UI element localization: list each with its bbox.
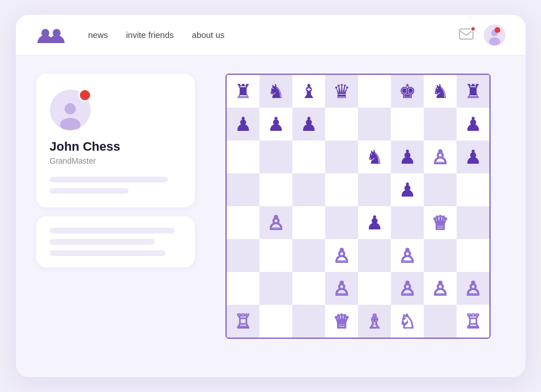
piece-7-7: ♖ <box>465 312 482 331</box>
cell-1-3[interactable] <box>325 108 358 140</box>
app-window: news invite friends about us <box>16 15 526 377</box>
cell-5-7[interactable] <box>457 239 489 272</box>
cell-6-0[interactable] <box>227 272 259 305</box>
cell-7-1[interactable] <box>259 305 292 338</box>
cell-1-0[interactable]: ♟ <box>227 108 259 140</box>
cell-6-5[interactable]: ♙ <box>391 272 424 305</box>
cell-2-4[interactable]: ♞ <box>358 140 391 173</box>
piece-1-0: ♟ <box>235 114 252 134</box>
cell-3-5[interactable]: ♟ <box>391 173 424 206</box>
cell-5-4[interactable] <box>358 239 391 272</box>
cell-6-7[interactable]: ♙ <box>457 272 489 305</box>
cell-0-4[interactable] <box>358 75 391 108</box>
nav-invite-friends[interactable]: invite friends <box>126 30 174 40</box>
cell-0-2[interactable]: ♝ <box>292 75 325 108</box>
cell-2-3[interactable] <box>325 140 358 173</box>
cell-5-5[interactable]: ♙ <box>391 239 424 272</box>
piece-4-6: ♕ <box>432 213 449 232</box>
cell-7-3[interactable]: ♕ <box>325 305 358 338</box>
cell-1-7[interactable]: ♟ <box>457 108 489 140</box>
cell-3-4[interactable] <box>358 173 391 206</box>
nav-news[interactable]: news <box>88 30 108 40</box>
cell-4-1[interactable]: ♙ <box>259 206 292 239</box>
piece-5-3: ♙ <box>333 246 350 265</box>
info-line-2 <box>50 239 155 245</box>
cell-3-1[interactable] <box>259 173 292 206</box>
cell-1-2[interactable]: ♟ <box>292 108 325 140</box>
cell-6-6[interactable]: ♙ <box>424 272 457 305</box>
cell-4-2[interactable] <box>292 206 325 239</box>
nav-about-us[interactable]: about us <box>192 30 225 40</box>
piece-0-7: ♜ <box>465 82 482 101</box>
cell-0-6[interactable]: ♞ <box>424 75 457 108</box>
cell-4-4[interactable]: ♟ <box>358 206 391 239</box>
piece-1-1: ♟ <box>267 114 284 134</box>
cell-4-0[interactable] <box>227 206 259 239</box>
cell-7-2[interactable] <box>292 305 325 338</box>
cell-6-1[interactable] <box>259 272 292 305</box>
cell-5-6[interactable] <box>424 239 457 272</box>
cell-4-7[interactable] <box>457 206 489 239</box>
profile-card: John Chess GrandMaster <box>36 74 195 207</box>
cell-4-3[interactable] <box>325 206 358 239</box>
piece-0-0: ♜ <box>235 82 252 101</box>
svg-point-10 <box>82 92 88 98</box>
cell-7-7[interactable]: ♖ <box>457 305 489 338</box>
cell-1-1[interactable]: ♟ <box>259 108 292 140</box>
cell-3-7[interactable] <box>457 173 489 206</box>
chess-board: ♜♞♝♛♚♞♜♟♟♟♟♞♟♙♟♟♙♟♕♙♙♙♙♙♙♖♕♗♘♖ <box>227 75 489 338</box>
cell-2-7[interactable]: ♟ <box>457 140 489 173</box>
cell-6-2[interactable] <box>292 272 325 305</box>
cell-0-1[interactable]: ♞ <box>259 75 292 108</box>
cell-7-5[interactable]: ♘ <box>391 305 424 338</box>
cell-3-0[interactable] <box>227 173 259 206</box>
cell-3-6[interactable] <box>424 173 457 206</box>
piece-3-5: ♟ <box>399 180 416 199</box>
chess-board-container: ♜♞♝♛♚♞♜♟♟♟♟♞♟♙♟♟♙♟♕♙♙♙♙♙♙♖♕♗♘♖ <box>225 74 491 339</box>
cell-0-5[interactable]: ♚ <box>391 75 424 108</box>
left-panel: John Chess GrandMaster <box>36 74 195 267</box>
piece-4-4: ♟ <box>366 213 383 232</box>
cell-2-5[interactable]: ♟ <box>391 140 424 173</box>
badge-icon <box>82 92 88 99</box>
cell-5-0[interactable] <box>227 239 259 272</box>
piece-7-5: ♘ <box>399 312 416 331</box>
mail-button[interactable] <box>459 28 474 41</box>
user-avatar-button[interactable] <box>484 24 505 46</box>
cell-2-0[interactable] <box>227 140 259 173</box>
cell-1-4[interactable] <box>358 108 391 140</box>
cell-3-2[interactable] <box>292 173 325 206</box>
navbar: news invite friends about us <box>16 15 526 56</box>
profile-line-2 <box>50 188 129 194</box>
cell-6-3[interactable]: ♙ <box>325 272 358 305</box>
svg-point-8 <box>65 103 76 114</box>
cell-2-2[interactable] <box>292 140 325 173</box>
piece-2-6: ♙ <box>432 147 449 167</box>
piece-7-0: ♖ <box>235 312 252 331</box>
piece-2-7: ♟ <box>465 147 482 167</box>
cell-2-6[interactable]: ♙ <box>424 140 457 173</box>
cell-7-4[interactable]: ♗ <box>358 305 391 338</box>
profile-avatar-wrap <box>50 90 91 130</box>
cell-1-5[interactable] <box>391 108 424 140</box>
cell-3-3[interactable] <box>325 173 358 206</box>
cell-1-6[interactable] <box>424 108 457 140</box>
piece-6-7: ♙ <box>465 279 482 298</box>
cell-2-1[interactable] <box>259 140 292 173</box>
cell-4-5[interactable] <box>391 206 424 239</box>
profile-badge <box>78 88 92 102</box>
cell-5-3[interactable]: ♙ <box>325 239 358 272</box>
cell-7-6[interactable] <box>424 305 457 338</box>
cell-0-3[interactable]: ♛ <box>325 75 358 108</box>
piece-0-3: ♛ <box>333 82 350 101</box>
cell-0-7[interactable]: ♜ <box>457 75 489 108</box>
cell-7-0[interactable]: ♖ <box>227 305 259 338</box>
cell-0-0[interactable]: ♜ <box>227 75 259 108</box>
cell-6-4[interactable] <box>358 272 391 305</box>
cell-5-2[interactable] <box>292 239 325 272</box>
piece-6-3: ♙ <box>333 279 350 298</box>
main-content: John Chess GrandMaster ♜♞♝♛♚♞♜♟♟♟♟♞♟♙♟♟♙… <box>16 56 526 377</box>
cell-5-1[interactable] <box>259 239 292 272</box>
nav-links: news invite friends about us <box>88 30 459 40</box>
cell-4-6[interactable]: ♕ <box>424 206 457 239</box>
